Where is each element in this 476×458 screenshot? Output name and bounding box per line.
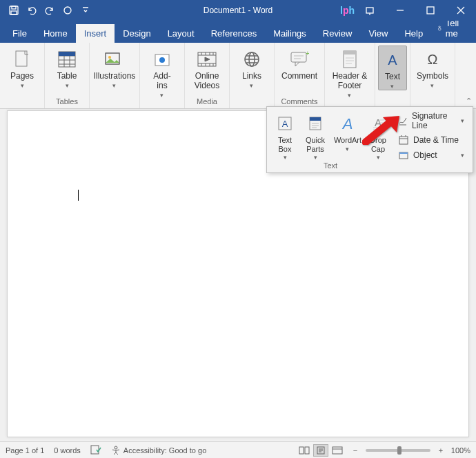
comment-icon: + [288,48,310,70]
tab-file[interactable]: File [4,24,35,43]
chevron-down-icon: ▾ [21,82,24,89]
web-layout-button[interactable] [330,444,345,457]
maximize-button[interactable] [415,0,446,21]
table-button[interactable]: Table▾ [48,46,86,89]
zoom-in-button[interactable]: + [436,446,446,455]
date-time-button[interactable]: Date & Time [395,133,467,147]
svg-text:Ω: Ω [428,52,438,67]
tab-mailings[interactable]: Mailings [265,24,315,43]
table-icon [56,48,78,70]
svg-point-3 [64,7,71,14]
symbols-label: Symbols [417,72,448,81]
tab-references[interactable]: References [203,24,265,43]
status-bar: Page 1 of 1 0 words Accessibility: Good … [0,441,476,458]
object-button[interactable]: Object ▾ [395,148,467,162]
zoom-out-button[interactable]: − [350,446,360,455]
text-button[interactable]: A Text▾ [378,46,407,90]
svg-point-14 [108,56,111,59]
chevron-down-icon: ▾ [346,146,349,152]
svg-rect-12 [59,52,75,56]
illustrations-button[interactable]: Illustrations▾ [92,46,137,89]
page-icon [11,48,33,70]
header-footer-icon [339,48,361,70]
view-buttons [297,444,345,457]
tab-view[interactable]: View [360,24,396,43]
online-videos-button[interactable]: Online Videos [188,46,226,91]
header-footer-button[interactable]: Header & Footer▾ [328,46,372,99]
illustrations-icon [103,48,126,70]
addins-label: Add- ins [153,72,170,91]
zoom-slider[interactable] [366,449,430,452]
print-layout-button[interactable] [313,444,328,457]
page-indicator[interactable]: Page 1 of 1 [6,446,44,455]
pages-button[interactable]: Pages▾ [3,46,41,89]
tab-design[interactable]: Design [115,24,159,43]
tab-home[interactable]: Home [35,24,76,43]
touch-mode-button[interactable] [59,2,76,19]
minimize-button[interactable] [385,0,415,21]
links-label: Links [242,72,261,81]
save-button[interactable] [6,2,22,19]
link-icon [241,48,263,70]
signature-line-button[interactable]: Signature Line ▾ [395,110,467,132]
comment-button[interactable]: + Comment [277,46,321,81]
svg-rect-41 [333,447,342,454]
qat-customize-button[interactable] [77,2,94,19]
zoom-thumb[interactable] [397,446,401,455]
group-pages: Pages▾ [0,43,45,108]
addins-button[interactable]: Add- ins▾ [143,46,181,99]
tab-review[interactable]: Review [315,24,361,43]
tell-me-label: Tell me [446,18,463,39]
read-mode-button[interactable] [297,444,312,457]
textbox-icon: A [274,112,296,135]
undo-button[interactable] [23,2,40,19]
drop-cap-button[interactable]: A Drop Cap▾ [365,110,391,161]
brand-logo: lph [340,5,355,16]
video-icon [196,48,218,70]
svg-rect-5 [427,7,434,14]
group-comments: + Comment Comments [275,43,325,108]
group-links: Links▾ [230,43,275,108]
svg-rect-36 [91,446,99,454]
group-label-tables: Tables [56,97,78,107]
text-box-button[interactable]: A Text Box▾ [270,110,300,161]
svg-rect-10 [16,51,27,66]
word-count[interactable]: 0 words [54,446,81,455]
svg-point-37 [115,446,117,449]
wordart-icon: A [337,112,359,135]
chevron-down-icon: ▾ [430,82,434,89]
ribbon-display-options-button[interactable] [355,0,385,21]
group-illustrations: Illustrations▾ [90,43,140,108]
document-title: Document1 - Word [204,6,272,15]
chevron-down-icon: ▾ [461,152,464,159]
ribbon-tabs: File Home Insert Design Layout Reference… [0,21,476,43]
signature-icon [398,115,408,126]
quick-access-toolbar [0,2,94,19]
spellcheck-icon[interactable] [90,445,101,456]
accessibility-icon [111,446,121,455]
text-box-label: Text Box [278,136,292,153]
text-cursor [78,190,79,201]
chevron-down-icon: ▾ [66,82,69,89]
tab-help[interactable]: Help [396,24,431,43]
share-button[interactable]: Share [471,19,476,38]
chevron-down-icon: ▾ [284,154,287,161]
tab-layout[interactable]: Layout [159,24,203,43]
redo-button[interactable] [41,2,58,19]
svg-rect-39 [305,447,309,454]
collapse-ribbon-button[interactable]: ⌃ [466,97,472,106]
close-button[interactable] [446,0,476,21]
symbols-button[interactable]: Ω Symbols▾ [413,46,452,89]
accessibility-status[interactable]: Accessibility: Good to go [111,446,206,455]
group-text: A Text▾ [375,43,410,108]
illustrations-label: Illustrations [94,72,136,81]
wordart-button[interactable]: A WordArt▾ [330,110,365,161]
links-button[interactable]: Links▾ [232,46,271,89]
tab-insert[interactable]: Insert [76,24,115,43]
addins-icon [151,48,173,70]
date-time-label: Date & Time [413,135,459,145]
pages-label: Pages [10,72,34,81]
quick-parts-button[interactable]: Quick Parts▾ [300,110,330,161]
object-label: Object [413,150,437,160]
zoom-level[interactable]: 100% [451,446,470,455]
